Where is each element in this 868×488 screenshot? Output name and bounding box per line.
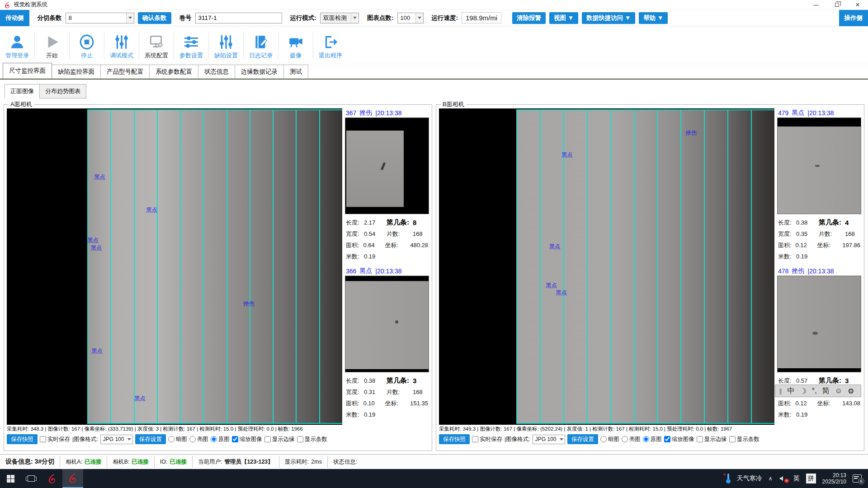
roll-input[interactable] xyxy=(195,13,282,23)
image-format-select[interactable]: JPG 100 xyxy=(533,435,565,444)
tab-system-param-config[interactable]: 系统参数配置 xyxy=(149,65,198,79)
zoom-image-checkbox[interactable]: 缩放图像 xyxy=(232,436,262,443)
display-time: 显示耗时: 2ms xyxy=(279,455,327,469)
system-config-button[interactable]: 系统配置 xyxy=(139,28,174,62)
show-edge-checkbox[interactable]: 显示边缘 xyxy=(264,436,295,443)
notification-center-icon[interactable]: 6 xyxy=(853,474,862,483)
save-snapshot-button[interactable]: 保存快照 xyxy=(439,434,470,444)
defect-number: 479 xyxy=(778,109,788,117)
log-record-button[interactable]: 日志记录 xyxy=(244,28,278,62)
defect-card[interactable]: 478 挫伤 |20:13:38 长度: 0.57 第几条: 3 xyxy=(777,267,861,420)
taskbar-clock[interactable]: 20:13 2025/2/10 xyxy=(822,472,846,485)
chevron-down-icon[interactable] xyxy=(126,435,132,444)
ime-fullwidth-moon-icon[interactable]: ☽ xyxy=(800,387,807,395)
debug-mode-button[interactable]: 调试模式 xyxy=(104,28,139,62)
camera-a-image[interactable]: 黑点 黑点 黑点 黑点 挫伤 黑点 黑点 xyxy=(7,108,342,425)
save-settings-button[interactable]: 保存设置 xyxy=(567,434,598,444)
language-indicator[interactable]: 英 xyxy=(793,474,800,483)
defect-settings-button[interactable]: 缺陷设置 xyxy=(209,28,243,62)
drag-handle-icon[interactable]: ∥ xyxy=(779,388,782,394)
exit-program-button[interactable]: 退出程序 xyxy=(313,28,348,62)
ime-simplified-button[interactable]: 简 xyxy=(822,386,830,396)
start-button[interactable] xyxy=(0,469,21,488)
confirm-count-button[interactable]: 确认条数 xyxy=(138,12,171,24)
ime-indicator[interactable]: 拼 xyxy=(806,474,816,483)
operator-side-button[interactable]: 操作侧 xyxy=(839,10,868,26)
run-mode-select[interactable]: 双面检测 xyxy=(320,13,359,23)
speaker-muted-icon[interactable]: × xyxy=(779,475,787,482)
bright-image-radio[interactable]: 亮图 xyxy=(189,436,208,443)
tab-test[interactable]: 测试 xyxy=(283,65,308,79)
show-count-checkbox[interactable]: 显示条数 xyxy=(297,436,327,443)
task-view-button[interactable] xyxy=(21,469,42,488)
defect-card[interactable]: 366 黑点 |20:13:38 长度: 0.38 第几条: 3 xyxy=(345,267,429,420)
admin-login-button[interactable]: 管理登录 xyxy=(0,28,34,62)
tab-defect-monitor[interactable]: 缺陷监控界面 xyxy=(52,65,101,79)
parameter-settings-button[interactable]: 参数设置 xyxy=(174,28,208,62)
defect-type: 黑点 xyxy=(792,109,804,117)
tab-status-info[interactable]: 状态信息 xyxy=(198,65,235,79)
realtime-save-checkbox[interactable]: 实时保存 xyxy=(472,436,502,443)
start-button[interactable]: 开始 xyxy=(35,28,69,62)
dark-image-radio[interactable]: 暗图 xyxy=(600,436,619,443)
ribbon-label: 开始 xyxy=(46,52,58,60)
help-menu-button[interactable]: 帮助 ▼ xyxy=(639,12,668,24)
stat-value: 0.19 xyxy=(796,411,819,418)
show-count-checkbox[interactable]: 显示条数 xyxy=(729,436,760,443)
ime-emoji-icon[interactable]: ☺ xyxy=(835,387,842,395)
defect-number: 367 xyxy=(346,109,356,117)
chevron-down-icon[interactable] xyxy=(558,435,564,444)
realtime-save-checkbox[interactable]: 实时保存 xyxy=(40,436,70,443)
weather-text[interactable]: 天气寒冷 xyxy=(737,474,762,483)
ime-chinese-mode-button[interactable]: 中 xyxy=(788,386,795,396)
close-button[interactable]: × xyxy=(847,0,868,9)
ime-settings-gear-icon[interactable]: ⚙ xyxy=(848,387,854,395)
clear-alarm-button[interactable]: 清除报警 xyxy=(512,12,546,24)
original-image-radio[interactable]: 原图 xyxy=(211,436,230,443)
dark-image-radio[interactable]: 暗图 xyxy=(168,436,187,443)
camera-b-label: 相机B: xyxy=(113,458,129,466)
zoom-image-checkbox[interactable]: 缩放图像 xyxy=(664,436,694,443)
defect-snapshot xyxy=(345,276,429,372)
chevron-down-icon[interactable] xyxy=(126,13,134,23)
save-snapshot-button[interactable]: 保存快照 xyxy=(7,434,38,444)
defect-card[interactable]: 479 黑点 |20:13:38 长度: 0.38 第几条: 4 xyxy=(777,108,861,262)
stat-value: 480.28 xyxy=(410,242,428,249)
capture-button[interactable]: 摄像 xyxy=(278,28,313,62)
chevron-down-icon[interactable] xyxy=(415,13,423,23)
data-quick-access-button[interactable]: 数据快捷访问 ▼ xyxy=(582,12,635,24)
run-mode-label: 运行模式: xyxy=(290,14,317,22)
subtab-front-image[interactable]: 正面图像 xyxy=(5,84,40,99)
original-image-radio[interactable]: 原图 xyxy=(643,436,662,443)
restore-button[interactable] xyxy=(826,0,847,9)
image-format-select[interactable]: JPG 100 xyxy=(100,435,133,444)
view-menu-button[interactable]: 视图 ▼ xyxy=(549,12,578,24)
main-tab-bar: 尺寸监控界面 缺陷监控界面 产品型号配置 系统参数配置 状态信息 边缘数据记录 … xyxy=(0,64,868,80)
save-settings-button[interactable]: 保存设置 xyxy=(135,434,166,444)
bright-image-radio[interactable]: 亮图 xyxy=(622,436,641,443)
pinned-app-button[interactable] xyxy=(42,469,62,488)
defect-card[interactable]: 367 挫伤 |20:13:38 长度: 2.17 第几条: 8 xyxy=(345,108,429,262)
minimize-button[interactable]: — xyxy=(806,0,826,9)
chart-points-select[interactable]: 100 xyxy=(397,13,424,23)
chevron-down-icon[interactable] xyxy=(351,13,359,23)
show-edge-checkbox[interactable]: 显示边缘 xyxy=(697,436,727,443)
split-count-select[interactable]: 8 xyxy=(66,13,134,23)
window-title: 视觉检测系统 xyxy=(14,1,47,9)
tab-size-monitor[interactable]: 尺寸监控界面 xyxy=(3,63,52,79)
close-icon: × xyxy=(855,1,859,9)
stat-value: 2.17 xyxy=(364,219,387,226)
chevron-up-icon[interactable]: ∧ xyxy=(769,475,773,482)
ime-punctuation-button[interactable]: °, xyxy=(812,387,817,395)
running-app-button[interactable] xyxy=(62,469,83,488)
defect-marker-label: 黑点 xyxy=(549,243,560,251)
drive-side-button[interactable]: 传动侧 xyxy=(0,10,29,26)
subtab-trend-chart[interactable]: 分布趋势图表 xyxy=(39,84,86,99)
camera-a-group: A面相机 黑点 黑点 黑点 黑点 挫伤 黑点 黑点 367 挫伤 |20:13:… xyxy=(4,100,432,451)
tab-edge-data-record[interactable]: 边缘数据记录 xyxy=(235,65,284,79)
thermometer-icon[interactable] xyxy=(726,474,731,483)
tab-product-model-config[interactable]: 产品型号配置 xyxy=(100,65,150,79)
stop-button[interactable]: 停止 xyxy=(70,28,104,62)
camera-b-image[interactable]: 挫伤 黑点 黑点 黑点 黑点 xyxy=(439,108,774,425)
restore-icon xyxy=(835,3,839,7)
